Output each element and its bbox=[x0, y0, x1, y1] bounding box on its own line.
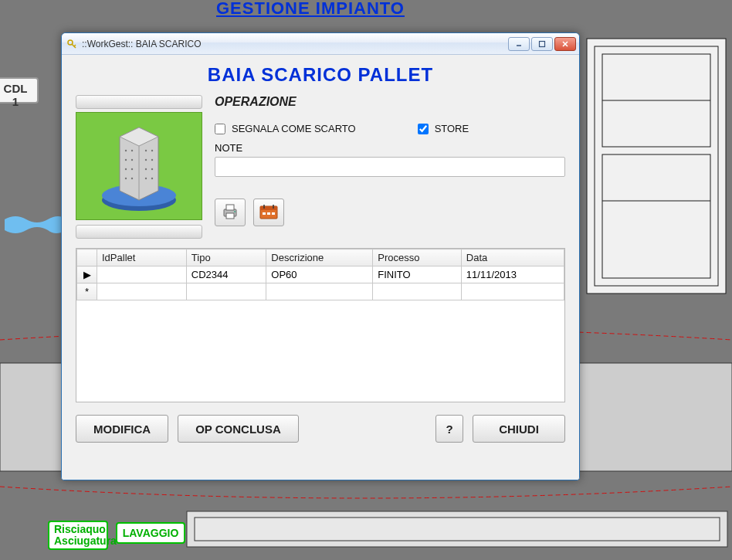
titlebar[interactable]: ::WorkGest:: BAIA SCARICO bbox=[62, 33, 579, 55]
svg-point-25 bbox=[131, 159, 133, 161]
svg-point-27 bbox=[131, 168, 133, 170]
cell-tipo[interactable] bbox=[186, 283, 266, 300]
svg-rect-48 bbox=[272, 212, 275, 215]
print-icon bbox=[221, 203, 239, 222]
svg-point-23 bbox=[131, 150, 133, 151]
svg-point-31 bbox=[151, 150, 153, 151]
store-checkbox-wrap[interactable]: STORE bbox=[418, 123, 469, 134]
cell-data[interactable] bbox=[461, 283, 564, 300]
svg-point-34 bbox=[145, 168, 147, 170]
svg-point-41 bbox=[234, 211, 236, 212]
col-processo[interactable]: Processo bbox=[373, 249, 462, 266]
lavaggio-button[interactable]: LAVAGGIO bbox=[116, 522, 185, 544]
svg-point-30 bbox=[145, 150, 147, 151]
table-row[interactable]: * bbox=[77, 283, 564, 300]
col-idpallet[interactable]: IdPallet bbox=[97, 249, 187, 266]
cell-descrizione[interactable]: OP60 bbox=[266, 266, 373, 283]
scarto-checkbox[interactable] bbox=[215, 124, 225, 134]
grid-corner bbox=[77, 249, 97, 266]
svg-rect-9 bbox=[195, 518, 720, 541]
window-title: ::WorkGest:: BAIA SCARICO bbox=[82, 39, 201, 49]
col-descrizione[interactable]: Descrizione bbox=[266, 249, 373, 266]
svg-rect-4 bbox=[602, 154, 710, 278]
cell-tipo[interactable]: CD2344 bbox=[186, 266, 266, 283]
operazione-label: OPERAZIONE bbox=[215, 95, 565, 109]
svg-rect-39 bbox=[226, 205, 234, 210]
close-button[interactable] bbox=[554, 37, 576, 51]
svg-point-24 bbox=[125, 159, 127, 161]
minimize-button[interactable] bbox=[508, 37, 530, 51]
svg-rect-1 bbox=[587, 39, 726, 294]
cell-idpallet[interactable] bbox=[97, 283, 187, 300]
svg-line-12 bbox=[74, 45, 76, 46]
svg-point-35 bbox=[151, 168, 153, 170]
pallet-grid[interactable]: IdPallet Tipo Descrizione Processo Data … bbox=[76, 248, 565, 402]
cell-idpallet[interactable]: IF213334 bbox=[97, 266, 187, 283]
pallet-top-plate bbox=[76, 95, 202, 109]
cell-data[interactable]: 11/11/2013 bbox=[461, 266, 564, 283]
cdl-button[interactable]: CDL 1 bbox=[0, 77, 39, 104]
pallet-bottom-plate bbox=[76, 225, 202, 239]
svg-point-32 bbox=[145, 159, 147, 161]
calendar-icon bbox=[259, 203, 279, 222]
page-title: GESTIONE IMPIANTO bbox=[216, 0, 405, 19]
note-label: NOTE bbox=[215, 142, 565, 154]
svg-point-33 bbox=[151, 159, 153, 161]
svg-rect-8 bbox=[187, 511, 727, 547]
scarto-checkbox-wrap[interactable]: SEGNALA COME SCARTO bbox=[215, 123, 356, 134]
svg-rect-47 bbox=[267, 212, 270, 215]
store-checkbox[interactable] bbox=[418, 124, 429, 134]
col-data[interactable]: Data bbox=[461, 249, 564, 266]
cell-descrizione[interactable] bbox=[266, 283, 373, 300]
svg-rect-14 bbox=[540, 41, 545, 46]
op-conclusa-button[interactable]: OP CONCLUSA bbox=[178, 415, 299, 443]
svg-rect-2 bbox=[595, 46, 718, 286]
store-label: STORE bbox=[435, 123, 469, 134]
cell-processo[interactable] bbox=[373, 283, 462, 300]
note-input[interactable] bbox=[215, 157, 565, 177]
svg-point-36 bbox=[145, 178, 147, 179]
help-button[interactable]: ? bbox=[435, 415, 463, 443]
col-tipo[interactable]: Tipo bbox=[186, 249, 266, 266]
svg-point-29 bbox=[131, 178, 133, 179]
svg-point-26 bbox=[125, 168, 127, 170]
svg-point-28 bbox=[125, 178, 127, 179]
row-selector[interactable]: * bbox=[77, 283, 97, 300]
calendar-button[interactable] bbox=[253, 199, 284, 226]
dialog-heading: BAIA SCARICO PALLET bbox=[76, 64, 565, 86]
svg-point-37 bbox=[151, 178, 153, 179]
modifica-button[interactable]: MODIFICA bbox=[76, 415, 168, 443]
svg-rect-40 bbox=[226, 213, 234, 219]
pallet-image bbox=[76, 112, 202, 220]
maximize-button[interactable] bbox=[531, 37, 553, 51]
risciaquo-button[interactable]: Risciaquo Asciugatura bbox=[48, 521, 108, 550]
chiudi-button[interactable]: CHIUDI bbox=[473, 415, 565, 443]
scarto-label: SEGNALA COME SCARTO bbox=[232, 123, 356, 134]
row-selector[interactable]: ▶ bbox=[77, 266, 97, 283]
table-row[interactable]: ▶IF213334CD2344OP60FINITO11/11/2013 bbox=[77, 266, 564, 283]
risciaquo-label: Risciaquo Asciugatura bbox=[54, 523, 117, 547]
print-button[interactable] bbox=[215, 199, 246, 226]
svg-rect-46 bbox=[263, 212, 266, 215]
dialog-window: ::WorkGest:: BAIA SCARICO BAIA SCARICO P… bbox=[61, 32, 580, 480]
grid-header-row: IdPallet Tipo Descrizione Processo Data bbox=[77, 249, 564, 266]
svg-rect-43 bbox=[260, 206, 277, 210]
key-icon bbox=[66, 39, 77, 49]
cell-processo[interactable]: FINITO bbox=[373, 266, 462, 283]
svg-rect-3 bbox=[602, 54, 710, 147]
svg-point-22 bbox=[125, 150, 127, 151]
